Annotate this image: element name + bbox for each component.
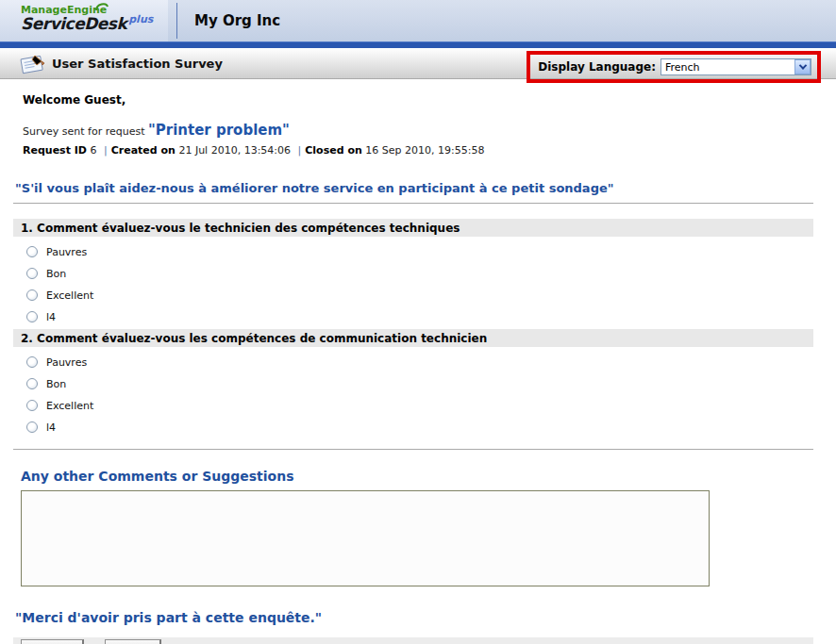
request-meta-line: Request ID 6 |Created on 21 Jul 2010, 13… — [23, 144, 836, 157]
q1-option-label: l4 — [46, 311, 56, 323]
chevron-down-icon — [798, 61, 806, 69]
welcome-text: Welcome Guest, — [23, 93, 836, 107]
request-id-label: Request ID — [23, 144, 87, 157]
divider — [13, 203, 813, 204]
q1-option-label: Pauvres — [46, 246, 87, 258]
logo-product-text: ServiceDesk — [21, 14, 126, 33]
comments-textarea[interactable] — [21, 490, 710, 586]
page-title: User Satisfaction Survey — [52, 57, 223, 71]
q2-radio-l4[interactable] — [26, 421, 38, 433]
button-bar: Submit Cancel — [13, 637, 813, 644]
organization-name: My Org Inc — [194, 12, 280, 29]
q2-option-label: Bon — [46, 378, 66, 390]
q1-option-excellent: Excellent — [26, 289, 836, 302]
logo-plus-text: plus — [128, 13, 153, 25]
submit-button[interactable]: Submit — [21, 639, 84, 644]
sent-for-prefix: Survey sent for request — [23, 125, 148, 138]
q2-radio-bon[interactable] — [26, 378, 38, 389]
survey-intro-quote: "S'il vous plaît aidez-nous à améliorer … — [15, 181, 836, 195]
q1-option-label: Bon — [46, 268, 66, 280]
q1-option-pauvres: Pauvres — [26, 245, 836, 258]
request-name: "Printer problem" — [148, 122, 290, 139]
q2-option-label: Pauvres — [46, 356, 87, 369]
q2-radio-pauvres[interactable] — [26, 356, 38, 368]
q1-radio-pauvres[interactable] — [26, 246, 38, 257]
manageengine-servicedesk-logo: ManageEngine ServiceDeskplus — [0, 0, 168, 41]
request-id-value: 6 — [87, 144, 100, 157]
closed-on-value: 16 Sep 2010, 19:55:58 — [362, 144, 485, 157]
select-dropdown-button[interactable] — [794, 59, 811, 74]
app-header: ManageEngine ServiceDeskplus My Org Inc — [0, 0, 836, 41]
divider — [13, 449, 813, 450]
thanks-quote: "Merci d'avoir pris part à cette enquête… — [15, 610, 836, 625]
q1-radio-excellent[interactable] — [26, 289, 38, 301]
title-bar: User Satisfaction Survey Display Languag… — [0, 48, 836, 79]
display-language-value: French — [661, 61, 700, 74]
q1-radio-l4[interactable] — [26, 311, 38, 322]
closed-on-label: Closed on — [305, 144, 362, 157]
q1-option-l4: l4 — [26, 310, 836, 323]
q2-option-bon: Bon — [26, 377, 836, 390]
survey-content: Welcome Guest, Survey sent for request "… — [0, 93, 836, 644]
q2-option-excellent: Excellent — [26, 399, 836, 412]
sent-for-request-line: Survey sent for request "Printer problem… — [23, 122, 836, 139]
display-language-select[interactable]: French — [660, 58, 811, 75]
header-accent-bar — [0, 41, 836, 48]
q1-radio-bon[interactable] — [26, 268, 38, 279]
q1-option-label: Excellent — [46, 289, 93, 302]
cancel-button[interactable]: Cancel — [105, 639, 161, 644]
meta-separator: | — [100, 144, 111, 157]
created-on-label: Created on — [111, 144, 176, 157]
q1-option-bon: Bon — [26, 267, 836, 280]
logo-product-row: ServiceDeskplus — [21, 16, 168, 34]
header-divider — [176, 3, 177, 39]
q2-option-label: Excellent — [46, 400, 93, 412]
meta-separator: | — [294, 144, 306, 157]
comments-heading: Any other Comments or Suggestions — [21, 469, 836, 484]
display-language-label: Display Language: — [538, 60, 656, 74]
logo-swirl-icon — [94, 1, 109, 15]
question-2-header: 2. Comment évaluez-vous les compétences … — [13, 329, 813, 347]
q2-option-l4: l4 — [26, 421, 836, 434]
question-1-header: 1. Comment évaluez-vous le technicien de… — [13, 219, 813, 237]
created-on-value: 21 Jul 2010, 13:54:06 — [176, 144, 294, 157]
q2-option-pauvres: Pauvres — [26, 355, 836, 369]
language-annotation-box: Display Language: French — [527, 51, 821, 83]
q2-option-label: l4 — [46, 421, 56, 434]
survey-note-icon — [19, 53, 47, 78]
q2-radio-excellent[interactable] — [26, 400, 38, 411]
